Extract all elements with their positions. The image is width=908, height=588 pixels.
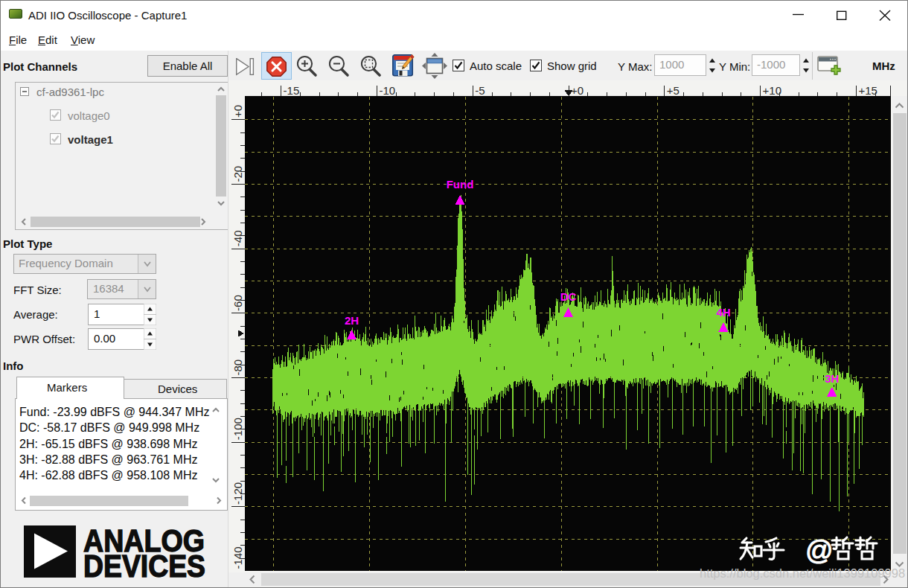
- svg-text:4H: 4H: [716, 306, 730, 319]
- svg-text:-15: -15: [284, 84, 300, 97]
- svg-text:@: @: [805, 535, 834, 566]
- svg-text:-80: -80: [231, 359, 244, 376]
- svg-text:DEVICES: DEVICES: [83, 549, 205, 584]
- svg-text:Fund: Fund: [447, 178, 474, 191]
- svg-text:-120: -120: [231, 482, 244, 505]
- svg-text:-140: -140: [231, 546, 244, 569]
- svg-text:-10: -10: [379, 84, 395, 97]
- svg-text:-5: -5: [475, 84, 485, 97]
- svg-text:3H: 3H: [825, 372, 839, 385]
- svg-text:-20: -20: [231, 166, 244, 182]
- svg-text:-40: -40: [231, 231, 244, 247]
- svg-text:+10: +10: [763, 84, 781, 97]
- svg-text:2H: 2H: [345, 314, 359, 327]
- svg-text:+15: +15: [858, 84, 877, 97]
- svg-text:+0: +0: [571, 84, 584, 97]
- svg-text:-100: -100: [231, 418, 244, 440]
- svg-text:https://blog.csdn.net/weili139: https://blog.csdn.net/weili1399109998: [700, 566, 905, 580]
- svg-text:-60: -60: [231, 295, 244, 311]
- svg-text:+0: +0: [231, 105, 244, 118]
- svg-text:+5: +5: [667, 84, 680, 97]
- svg-text:DC: DC: [560, 290, 577, 303]
